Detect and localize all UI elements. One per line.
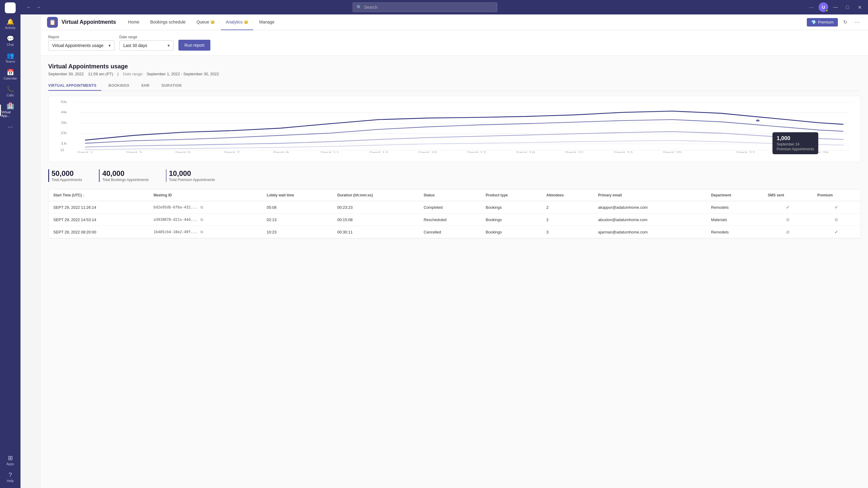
cell-primary-email: akappor@adatumhome.com bbox=[593, 201, 707, 214]
premium-label: Premium bbox=[818, 20, 834, 24]
titlebar-more-button[interactable]: ⋯ bbox=[807, 2, 816, 12]
search-input[interactable]: 🔍 Search bbox=[352, 2, 497, 12]
sidebar-item-more[interactable]: ··· bbox=[0, 121, 21, 132]
close-button[interactable]: ✕ bbox=[855, 2, 864, 12]
cell-attendees: 2 bbox=[541, 214, 593, 226]
svg-text:4k: 4k bbox=[61, 110, 67, 114]
sidebar-item-calendar[interactable]: 📅 Calendar bbox=[0, 67, 21, 83]
cell-sms-sent: ✓ bbox=[763, 201, 812, 214]
circle-icon: ⊘ bbox=[786, 230, 789, 234]
sidebar-item-chat[interactable]: 💬 Chat bbox=[0, 33, 21, 49]
cell-primary-email: abuxton@adatumhome.com bbox=[593, 214, 707, 226]
sidebar-item-apps[interactable]: ⊞ Apps bbox=[0, 452, 21, 468]
minimize-button[interactable]: — bbox=[831, 2, 840, 12]
premium-button[interactable]: 💎 Premium bbox=[807, 18, 838, 27]
report-title: Virtual Appointments usage bbox=[48, 63, 861, 70]
more-apps-icon: ··· bbox=[8, 124, 13, 130]
sidebar-item-label: Calls bbox=[7, 93, 14, 97]
chart-tab-virtual-appointments[interactable]: VIRTUAL APPOINTMENTS bbox=[48, 81, 101, 91]
col-start-time[interactable]: Start Time (UTC) bbox=[49, 190, 149, 201]
app-header: 📋 Virtual Appointments Home Bookings sch… bbox=[41, 14, 868, 30]
date-range-value: Last 30 days bbox=[123, 43, 147, 48]
copy-icon[interactable]: ⧉ bbox=[200, 230, 203, 234]
search-area: 🔍 Search bbox=[43, 2, 807, 12]
cell-status: Completed bbox=[419, 201, 481, 214]
sidebar-item-label: Calendar bbox=[4, 76, 17, 80]
stat-label: Total Bookings Appointments bbox=[102, 178, 149, 182]
chart-tab-ehr[interactable]: EHR bbox=[141, 81, 154, 91]
data-table: Start Time (UTC) Meeting ID Lobby wait t… bbox=[48, 189, 861, 238]
col-product-type: Product type bbox=[481, 190, 541, 201]
forward-button[interactable]: → bbox=[34, 2, 43, 12]
chevron-down-icon: ▾ bbox=[108, 43, 111, 48]
titlebar-actions: ⋯ U — □ ✕ bbox=[807, 2, 864, 12]
cell-premium: ⊘ bbox=[812, 214, 861, 226]
svg-text:Sept 3: Sept 3 bbox=[126, 151, 142, 153]
app-icon: 📋 bbox=[47, 17, 58, 28]
maximize-button[interactable]: □ bbox=[843, 2, 852, 12]
svg-text:Sept 29: Sept 29 bbox=[809, 151, 829, 153]
calls-icon: 📞 bbox=[7, 86, 14, 92]
stat-label: Total Appointments bbox=[52, 178, 82, 182]
cell-meeting-id: 1b485cb4-18e2-49f... ⧉ bbox=[149, 226, 262, 238]
sidebar-item-activity[interactable]: 🔔 Activity bbox=[0, 16, 21, 32]
date-range-label-text: Date range: bbox=[123, 72, 144, 76]
cell-lobby-wait: 05:08 bbox=[262, 201, 333, 214]
chart-tab-duration[interactable]: DURATION bbox=[161, 81, 186, 91]
cell-department: Remodels bbox=[706, 226, 763, 238]
cell-attendees: 3 bbox=[541, 226, 593, 238]
svg-text:Sept 11: Sept 11 bbox=[320, 151, 339, 153]
cell-start-time: SEPT 29, 2022 11:26:14 bbox=[49, 201, 149, 214]
tab-queue[interactable]: Queue 👑 bbox=[192, 14, 220, 30]
circle-icon-premium: ⊘ bbox=[835, 217, 838, 222]
chart-tabs: VIRTUAL APPOINTMENTS BOOKINGS EHR DURATI… bbox=[48, 81, 861, 91]
sidebar-item-label: Chat bbox=[7, 43, 13, 46]
filter-bar: Report Virtual Appointments usage ▾ Date… bbox=[41, 30, 868, 56]
chart-tab-bookings[interactable]: BOOKINGS bbox=[108, 81, 134, 91]
app-header-actions: 💎 Premium ↻ ⋯ bbox=[807, 18, 862, 27]
copy-icon[interactable]: ⧉ bbox=[200, 218, 203, 222]
search-placeholder: Search bbox=[364, 5, 377, 10]
report-date: September 30, 2022 bbox=[48, 72, 84, 76]
run-report-button[interactable]: Run report bbox=[179, 40, 210, 51]
tab-manage[interactable]: Manage bbox=[254, 14, 279, 30]
apps-icon: ⊞ bbox=[8, 455, 13, 461]
report-select[interactable]: Virtual Appointments usage ▾ bbox=[48, 40, 115, 51]
cell-department: Remodels bbox=[706, 201, 763, 214]
copy-icon[interactable]: ⧉ bbox=[200, 205, 203, 209]
refresh-button[interactable]: ↻ bbox=[840, 18, 850, 27]
sidebar-item-label: Activity bbox=[5, 26, 16, 30]
svg-text:Sept 23: Sept 23 bbox=[614, 151, 632, 153]
col-department: Department bbox=[706, 190, 763, 201]
tab-bookings-schedule[interactable]: Bookings schedule bbox=[145, 14, 190, 30]
svg-text:3k: 3k bbox=[61, 121, 67, 124]
sidebar-item-help[interactable]: ? Help bbox=[0, 469, 21, 485]
chart-container: 5k 4k 3k 2k 1k 0 bbox=[48, 96, 861, 162]
svg-text:0: 0 bbox=[61, 148, 64, 152]
teams-logo[interactable] bbox=[5, 2, 16, 13]
svg-text:2k: 2k bbox=[61, 131, 67, 135]
sidebar-item-virtual-apps[interactable]: 🏥 Virtual App... bbox=[0, 101, 21, 120]
back-button[interactable]: ← bbox=[24, 2, 34, 12]
line-chart: 5k 4k 3k 2k 1k 0 bbox=[61, 99, 856, 153]
stat-value: 10,000 bbox=[169, 169, 215, 178]
report-select-value: Virtual Appointments usage bbox=[52, 43, 103, 48]
svg-text:Sept 17: Sept 17 bbox=[467, 151, 486, 153]
cell-meeting-id: bd2e95db-6f6a-432... ⧉ bbox=[149, 201, 262, 214]
avatar[interactable]: U bbox=[818, 2, 828, 12]
date-range-select[interactable]: Last 30 days ▾ bbox=[119, 40, 174, 51]
report-time: 11:59 am (PT) bbox=[88, 72, 113, 76]
cell-status: Cancelled bbox=[419, 226, 481, 238]
more-options-button[interactable]: ⋯ bbox=[852, 18, 862, 27]
sidebar-item-calls[interactable]: 📞 Calls bbox=[0, 84, 21, 99]
stat-label: Total Premium Appointments bbox=[169, 178, 215, 182]
sidebar-item-teams[interactable]: 👥 Teams bbox=[0, 50, 21, 66]
stat-premium-appointments: 10,000 Total Premium Appointments bbox=[166, 169, 222, 182]
tab-home[interactable]: Home bbox=[123, 14, 144, 30]
col-duration: Duration (hh:mm:ss) bbox=[333, 190, 418, 201]
tab-analytics[interactable]: Analytics 👑 bbox=[221, 14, 253, 30]
col-primary-email: Primary email bbox=[593, 190, 707, 201]
cell-sms-sent: ⊘ bbox=[763, 214, 812, 226]
col-premium: Premium bbox=[812, 190, 861, 201]
content-area: Report Virtual Appointments usage ▾ Date… bbox=[41, 30, 868, 488]
